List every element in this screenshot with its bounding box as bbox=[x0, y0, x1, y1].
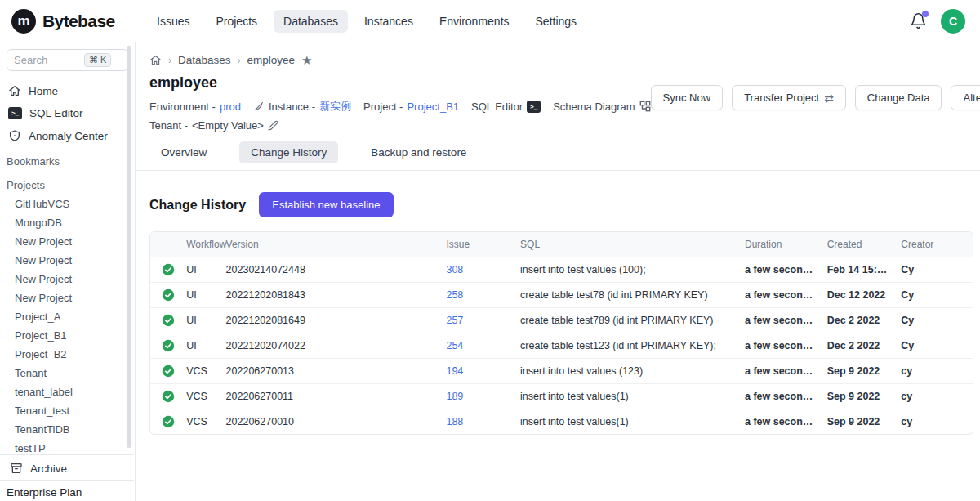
alter-schema-button[interactable]: Alter Schema bbox=[951, 85, 980, 110]
cell-issue: 258 bbox=[439, 282, 514, 307]
sidebar-project-item[interactable]: TenantTiDB bbox=[15, 420, 135, 439]
table-row[interactable]: UI20230214072448308insert into test valu… bbox=[150, 257, 973, 282]
breadcrumb-databases[interactable]: Databases bbox=[178, 54, 231, 66]
sidebar-project-item[interactable]: tenant_label bbox=[15, 382, 135, 401]
sidebar-project-item[interactable]: GitHubVCS bbox=[15, 195, 135, 213]
tenant-meta: Tenant - <Empty Value> bbox=[149, 119, 278, 132]
column-header: Workflow bbox=[180, 232, 219, 257]
cell-created: Dec 2 2022 bbox=[821, 333, 895, 358]
top-navbar: m Bytebase IssuesProjectsDatabasesInstan… bbox=[0, 0, 980, 42]
breadcrumb: › Databases › employee ★ bbox=[136, 42, 980, 73]
tab-list: OverviewChange HistoryBackup and restore bbox=[136, 132, 980, 171]
sidebar-project-item[interactable]: New Project bbox=[15, 232, 135, 251]
instance-link[interactable]: 新实例 bbox=[319, 99, 351, 114]
sidebar-project-item[interactable]: Project_B1 bbox=[15, 326, 135, 345]
issue-link[interactable]: 188 bbox=[446, 416, 463, 427]
sidebar-project-item[interactable]: Tenant_test bbox=[15, 401, 135, 420]
nav-item-instances[interactable]: Instances bbox=[354, 10, 423, 33]
breadcrumb-employee[interactable]: employee bbox=[247, 54, 296, 66]
cell-created: Feb 14 15:32 bbox=[821, 257, 895, 282]
sidebar-project-item[interactable]: New Project bbox=[15, 270, 135, 289]
table-row[interactable]: VCS202206270011189insert into test value… bbox=[150, 383, 973, 409]
tab-change-history[interactable]: Change History bbox=[239, 141, 338, 163]
sidebar-project-item[interactable]: New Project bbox=[15, 251, 135, 270]
cell-version: 20221202081843 bbox=[220, 282, 440, 307]
brand-logo[interactable]: m Bytebase bbox=[0, 9, 137, 34]
sql-editor-shortcut[interactable]: SQL Editor >_ bbox=[471, 101, 541, 113]
table-row[interactable]: UI20221202081843258create table test78 (… bbox=[150, 282, 973, 307]
cell-issue: 189 bbox=[439, 383, 514, 409]
project-label: Project - bbox=[363, 101, 403, 113]
cell-version: 20221202074022 bbox=[220, 333, 440, 358]
issue-link[interactable]: 254 bbox=[446, 340, 463, 351]
environment-link[interactable]: prod bbox=[220, 101, 241, 113]
sidebar-item-anomaly-center[interactable]: Anomaly Center bbox=[0, 124, 135, 147]
search-box[interactable]: ⌘ K bbox=[7, 49, 128, 71]
column-header bbox=[150, 232, 180, 257]
cell-sql: insert into test values (100); bbox=[514, 257, 738, 282]
project-link[interactable]: Project_B1 bbox=[407, 101, 459, 113]
home-icon bbox=[8, 84, 21, 97]
issue-link[interactable]: 189 bbox=[446, 391, 463, 402]
table-row[interactable]: UI20221202081649257create table test789 … bbox=[150, 307, 973, 333]
sync-now-button[interactable]: Sync Now bbox=[651, 85, 724, 110]
nav-item-databases[interactable]: Databases bbox=[274, 10, 348, 33]
cell-sql: create table test78 (id int PRIMARY KEY) bbox=[514, 282, 738, 307]
tenant-value: <Empty Value> bbox=[192, 119, 264, 132]
nav-item-environments[interactable]: Environments bbox=[430, 10, 519, 33]
cell-creator: cy bbox=[894, 409, 973, 434]
sidebar-item-archive[interactable]: Archive bbox=[0, 454, 134, 480]
nav-item-settings[interactable]: Settings bbox=[526, 10, 587, 33]
issue-link[interactable]: 257 bbox=[446, 315, 463, 326]
sidebar-item-sql-editor[interactable]: >_ SQL Editor bbox=[0, 102, 135, 124]
bytebase-logo-icon: m bbox=[11, 9, 36, 34]
search-input[interactable] bbox=[14, 54, 84, 66]
sidebar-item-label: SQL Editor bbox=[29, 107, 83, 119]
cell-status bbox=[150, 307, 180, 333]
sidebar-project-item[interactable]: New Project bbox=[15, 289, 135, 307]
table-row[interactable]: VCS202206270010188insert into test value… bbox=[150, 409, 973, 434]
cell-dur: a few seconds bbox=[738, 383, 821, 409]
sidebar-project-item[interactable]: Tenant bbox=[15, 364, 135, 382]
issue-link[interactable]: 194 bbox=[446, 365, 463, 377]
sidebar-project-item[interactable]: Project_A bbox=[15, 307, 135, 326]
sidebar-scrollbar[interactable] bbox=[127, 46, 131, 448]
nav-item-issues[interactable]: Issues bbox=[147, 10, 199, 33]
cell-status bbox=[150, 333, 180, 358]
bookmark-star-icon[interactable]: ★ bbox=[301, 54, 312, 66]
transfer-arrows-icon: ⇄ bbox=[824, 92, 834, 104]
cell-dur: a few seconds bbox=[738, 282, 821, 307]
table-row[interactable]: UI20221202074022254create table test123 … bbox=[150, 333, 973, 358]
sidebar-project-item[interactable]: Project_B2 bbox=[15, 345, 135, 364]
sidebar-item-home[interactable]: Home bbox=[0, 79, 135, 102]
issue-link[interactable]: 308 bbox=[446, 264, 463, 275]
notifications-button[interactable] bbox=[910, 12, 928, 30]
home-breadcrumb-icon[interactable] bbox=[149, 54, 162, 66]
sidebar-project-item[interactable]: MongoDB bbox=[15, 213, 135, 232]
tab-overview[interactable]: Overview bbox=[149, 141, 218, 163]
schema-diagram-shortcut[interactable]: Schema Diagram bbox=[553, 101, 650, 113]
issue-link[interactable]: 258 bbox=[446, 289, 463, 301]
avatar[interactable]: C bbox=[941, 9, 965, 34]
change-history-header: Change History Establish new baseline bbox=[136, 171, 980, 217]
cell-issue: 257 bbox=[439, 307, 514, 333]
cell-created: Dec 2 2022 bbox=[821, 307, 895, 333]
sidebar-item-label: Anomaly Center bbox=[29, 130, 108, 142]
table-row[interactable]: VCS202206270013194insert into test value… bbox=[150, 358, 973, 383]
sidebar: ⌘ K Home >_ SQL Editor Anomaly Center Bo… bbox=[0, 42, 136, 501]
establish-baseline-button[interactable]: Establish new baseline bbox=[259, 192, 393, 217]
cell-sql: create table test789 (id int PRIMARY KEY… bbox=[514, 307, 738, 333]
page-actions: Sync NowTransfer Project⇄Change DataAlte… bbox=[651, 85, 980, 110]
cell-issue: 194 bbox=[439, 358, 514, 383]
transfer-project-button[interactable]: Transfer Project⇄ bbox=[732, 85, 846, 110]
nav-item-projects[interactable]: Projects bbox=[206, 10, 267, 33]
edit-pencil-icon[interactable] bbox=[268, 120, 278, 131]
success-check-icon bbox=[162, 289, 175, 302]
tab-backup-and-restore[interactable]: Backup and restore bbox=[359, 141, 478, 163]
cell-version: 202206270013 bbox=[220, 358, 440, 383]
change-data-button[interactable]: Change Data bbox=[855, 85, 942, 110]
cell-created: Sep 9 2022 bbox=[821, 383, 895, 409]
cell-status bbox=[150, 282, 180, 307]
cell-issue: 308 bbox=[439, 257, 514, 282]
cell-version: 20221202081649 bbox=[220, 307, 440, 333]
